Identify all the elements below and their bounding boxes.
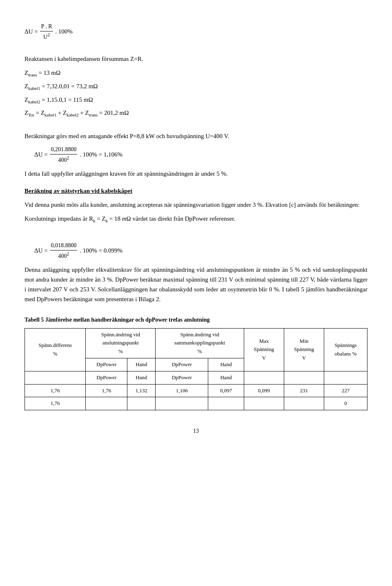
cell-anslut-hand-label: Hand — [127, 371, 156, 384]
cell-diff-hand: 1,76 — [25, 397, 86, 410]
frac2-num: 0,018.8800 — [50, 241, 77, 251]
korslutnings-line: Korslutnings impedans är Rk = Zk = 18 mΩ… — [24, 214, 368, 225]
cell-max2-val — [284, 397, 324, 410]
z-trans-line: Ztrans = 13 mΩ — [24, 68, 368, 79]
table-subheader-row: DpPower Hand DpPower Hand — [25, 371, 368, 384]
cell-samman-hand2-val: 0,099 — [244, 384, 284, 397]
cell-empty-max — [244, 371, 284, 384]
col-sammankopplingspunkt: Spänn.ändring vidsammankopplingspunkt% — [156, 328, 244, 358]
cell-max-val: 231 — [284, 384, 324, 397]
cell-anslut-hand-val: 1,132 — [127, 384, 156, 397]
para-2: Denna anläggning uppfyller elkvalitetskr… — [24, 265, 368, 304]
cell-min-val: 227 — [324, 384, 367, 397]
frac2-den: 4002 — [50, 251, 77, 261]
cell-anslut-dp-val: 1,76 — [86, 384, 127, 397]
delta-u-calc2: ΔU = 0,018.8800 4002 . 100% = 0.099% — [34, 241, 368, 261]
col-min-spannung: MinSpänningV — [284, 328, 324, 371]
col-max-spannung: MaxSpänningV — [244, 328, 284, 371]
conclusion-1: I detta fall uppfyller anläggningen krav… — [24, 169, 368, 179]
cell-samman-dppower-label: DpPower — [156, 371, 208, 384]
cell-samman-hand-val: 0,097 — [208, 384, 244, 397]
cell-empty-diff — [25, 371, 86, 384]
table-section: Tabell 5 Jämförelse mellan handberäkning… — [24, 315, 368, 410]
frac1-num: 0,201.8800 — [50, 145, 77, 154]
col-spannings-obalans: Spänningsobalans % — [324, 328, 367, 371]
table-data-row2: 1,76 0 — [25, 397, 368, 410]
col-samman-dppower: DpPower — [156, 358, 208, 371]
cell-diff-dppower: 1,76 — [25, 384, 86, 397]
cell-empty-obalans — [324, 371, 367, 384]
table-data-row: 1,76 1,76 1,132 1,106 0,097 0,099 231 22… — [25, 384, 368, 397]
page-number: 13 — [24, 427, 368, 436]
cell-obalans-val: 0 — [324, 397, 367, 410]
section-heading-kabelskapet: Beräkning av nätstyrkan vid kabelskåpet — [24, 186, 368, 196]
cell-empty-min — [284, 371, 324, 384]
cell-samman-hand-label: Hand — [208, 371, 244, 384]
fraction-numerator: P . R — [40, 22, 53, 31]
cell-samman2-dp-val — [156, 397, 208, 410]
z-kabel2-line: Zkabel2 = 1,15.0,1 = 115 mΩ — [24, 95, 368, 106]
fraction-delta-u1: 0,201.8800 4002 — [50, 145, 77, 165]
table-header-row1: Spänn.differens% Spänn.ändring vidanslut… — [25, 328, 368, 358]
fraction-denominator: U2 — [40, 31, 53, 42]
col-samman-hand: Hand — [208, 358, 244, 371]
z-tot-line: ZTot = Zkabel1 + Zkabel2 + Ztrans = 201,… — [24, 108, 368, 119]
para-1: Vid denna punkt möts alla kunder, anslut… — [24, 200, 368, 210]
cell-samman-dp-val: 1,106 — [156, 384, 208, 397]
col-spann-differens: Spänn.differens% — [25, 328, 86, 371]
col-anslut-dppower: DpPower — [86, 358, 127, 371]
comparison-table: Spänn.differens% Spänn.ändring vidanslut… — [24, 328, 368, 411]
frac1-den: 4002 — [50, 154, 77, 165]
cell-anslut-dppower-label: DpPower — [86, 371, 127, 384]
cell-anslut2-dp-val — [86, 397, 127, 410]
intro-formula: ΔU = P . R U2 . 100% — [24, 22, 368, 42]
cell-anslut2-hand-val — [127, 397, 156, 410]
assumption-text: Beräkningar görs med en antagande effekt… — [24, 131, 368, 141]
delta-u-calc1: ΔU = 0,201.8800 4002 . 100% = 1,106% — [34, 145, 368, 165]
fraction-delta-u2: 0,018.8800 4002 — [50, 241, 77, 261]
cell-samman2-hand-val — [208, 397, 244, 410]
fraction-pr-u2: P . R U2 — [40, 22, 53, 42]
z-kabel1-line: Zkabel1 = 7,32.0,01 = 73,2 mΩ — [24, 81, 368, 92]
col-anslutningspunkt: Spänn.ändring vidanslutningspunkt% — [86, 328, 156, 358]
reactance-note: Reaktansen i kabelimpedansen försummas Z… — [24, 54, 368, 64]
table-caption: Tabell 5 Jämförelse mellan handberäkning… — [24, 315, 368, 324]
cell-samman2-hand2-val — [244, 397, 284, 410]
col-anslut-hand: Hand — [127, 358, 156, 371]
